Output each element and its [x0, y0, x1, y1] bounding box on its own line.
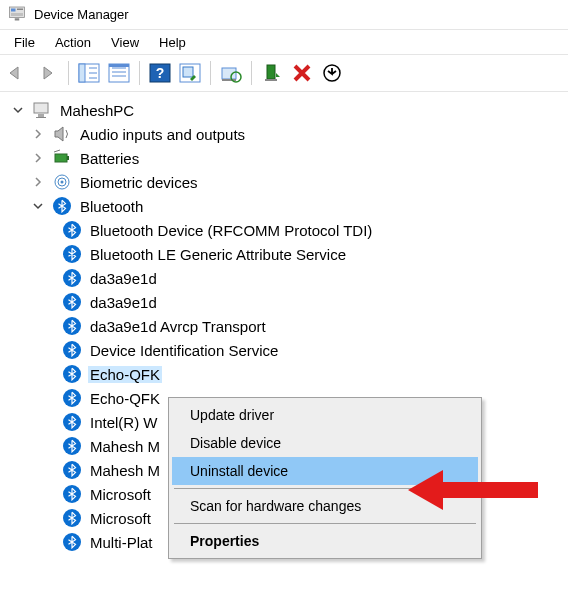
category-label: Audio inputs and outputs: [78, 126, 247, 143]
tree-item[interactable]: da3a9e1d: [4, 266, 564, 290]
tree-item[interactable]: Device Identification Service: [4, 338, 564, 362]
menu-view[interactable]: View: [101, 33, 149, 52]
scan-hardware-button[interactable]: [176, 59, 204, 87]
chevron-down-icon[interactable]: [10, 102, 26, 118]
bluetooth-icon: [52, 196, 72, 216]
category-label: Biometric devices: [78, 174, 200, 191]
bluetooth-icon: [62, 436, 82, 456]
tree-item-selected[interactable]: Echo-QFK: [4, 362, 564, 386]
svg-rect-3: [11, 13, 23, 16]
tree-root-label: MaheshPC: [58, 102, 136, 119]
item-label: Bluetooth LE Generic Attribute Service: [88, 246, 348, 263]
category-label: Batteries: [78, 150, 141, 167]
computer-icon: [32, 100, 52, 120]
show-hide-tree-button[interactable]: [75, 59, 103, 87]
bluetooth-icon: [62, 484, 82, 504]
tree-root[interactable]: MaheshPC: [4, 98, 564, 122]
context-menu: Update driver Disable device Uninstall d…: [168, 397, 482, 559]
bluetooth-icon: [62, 316, 82, 336]
toolbar-separator: [139, 61, 140, 85]
help-button[interactable]: ?: [146, 59, 174, 87]
item-label: Microsoft: [88, 486, 153, 503]
speaker-icon: [52, 124, 72, 144]
category-label: Bluetooth: [78, 198, 145, 215]
tree-category-bluetooth[interactable]: Bluetooth: [4, 194, 564, 218]
ctx-disable-device[interactable]: Disable device: [172, 429, 478, 457]
titlebar: Device Manager: [0, 0, 568, 30]
menu-file[interactable]: File: [4, 33, 45, 52]
tree-item[interactable]: Bluetooth LE Generic Attribute Service: [4, 242, 564, 266]
properties-button[interactable]: [105, 59, 133, 87]
bluetooth-icon: [62, 508, 82, 528]
chevron-down-icon[interactable]: [30, 198, 46, 214]
chevron-right-icon[interactable]: [30, 174, 46, 190]
menu-help[interactable]: Help: [149, 33, 196, 52]
svg-rect-2: [17, 8, 23, 10]
ctx-scan-hardware[interactable]: Scan for hardware changes: [172, 492, 478, 520]
item-label: Device Identification Service: [88, 342, 280, 359]
toolbar-separator: [251, 61, 252, 85]
svg-rect-8: [109, 64, 129, 67]
tree-category-biometric[interactable]: Biometric devices: [4, 170, 564, 194]
svg-rect-20: [38, 114, 44, 117]
svg-rect-13: [222, 68, 236, 79]
tree-category-audio[interactable]: Audio inputs and outputs: [4, 122, 564, 146]
chevron-right-icon[interactable]: [30, 126, 46, 142]
item-label: Multi-Plat: [88, 534, 155, 551]
tree-item[interactable]: da3a9e1d Avrcp Transport: [4, 314, 564, 338]
svg-rect-17: [265, 79, 277, 81]
item-label: da3a9e1d: [88, 294, 159, 311]
tree-category-batteries[interactable]: Batteries: [4, 146, 564, 170]
bluetooth-icon: [62, 340, 82, 360]
tree-item[interactable]: Bluetooth Device (RFCOMM Protocol TDI): [4, 218, 564, 242]
bluetooth-icon: [62, 244, 82, 264]
menubar: File Action View Help: [0, 30, 568, 54]
toolbar: ?: [0, 54, 568, 92]
update-driver-button[interactable]: [217, 59, 245, 87]
device-manager-icon: [8, 4, 26, 26]
svg-rect-4: [15, 18, 20, 20]
item-label: Mahesh M: [88, 462, 162, 479]
disable-button[interactable]: [288, 59, 316, 87]
svg-rect-12: [183, 67, 193, 77]
bluetooth-icon: [62, 412, 82, 432]
ctx-update-driver[interactable]: Update driver: [172, 401, 478, 429]
svg-text:?: ?: [156, 65, 165, 81]
item-label: Microsoft: [88, 510, 153, 527]
window-title: Device Manager: [34, 7, 129, 22]
context-menu-separator: [174, 488, 476, 489]
ctx-properties[interactable]: Properties: [172, 527, 478, 555]
ctx-uninstall-device[interactable]: Uninstall device: [172, 457, 478, 485]
item-label: Bluetooth Device (RFCOMM Protocol TDI): [88, 222, 374, 239]
bluetooth-icon: [62, 268, 82, 288]
back-button[interactable]: [4, 59, 32, 87]
toolbar-separator: [68, 61, 69, 85]
svg-rect-6: [79, 64, 85, 82]
svg-rect-19: [34, 103, 48, 113]
item-label: Echo-QFK: [88, 366, 162, 383]
svg-rect-23: [67, 156, 69, 160]
item-label: Mahesh M: [88, 438, 162, 455]
menu-action[interactable]: Action: [45, 33, 101, 52]
item-label: da3a9e1d: [88, 270, 159, 287]
bluetooth-icon: [62, 220, 82, 240]
tree-item[interactable]: da3a9e1d: [4, 290, 564, 314]
bluetooth-icon: [62, 460, 82, 480]
item-label: da3a9e1d Avrcp Transport: [88, 318, 268, 335]
enable-button[interactable]: [258, 59, 286, 87]
svg-point-26: [61, 181, 64, 184]
bluetooth-icon: [62, 388, 82, 408]
svg-rect-22: [55, 154, 67, 162]
bluetooth-icon: [62, 532, 82, 552]
svg-rect-21: [36, 117, 46, 118]
item-label: Echo-QFK: [88, 390, 162, 407]
item-label: Intel(R) W: [88, 414, 160, 431]
battery-icon: [52, 148, 72, 168]
chevron-right-icon[interactable]: [30, 150, 46, 166]
svg-rect-16: [267, 65, 275, 79]
bluetooth-icon: [62, 364, 82, 384]
forward-button[interactable]: [34, 59, 62, 87]
uninstall-button[interactable]: [318, 59, 346, 87]
bluetooth-icon: [62, 292, 82, 312]
toolbar-separator: [210, 61, 211, 85]
